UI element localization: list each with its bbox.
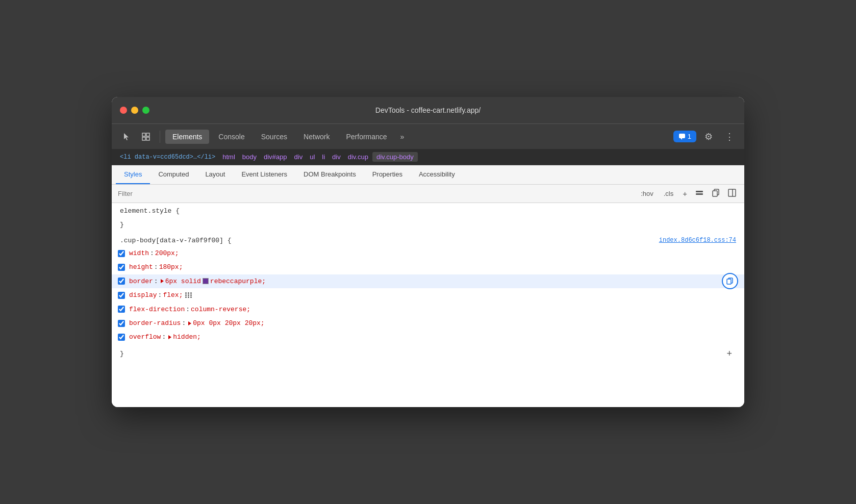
copy-property-btn[interactable] — [722, 273, 738, 289]
css-prop-name-display[interactable]: display — [129, 289, 157, 301]
css-prop-name-border-radius[interactable]: border-radius — [129, 317, 181, 329]
tab-sources[interactable]: Sources — [254, 130, 294, 144]
notification-badge-btn[interactable]: 1 — [673, 131, 696, 142]
css-prop-value-flex-direction[interactable]: column-reverse; — [191, 304, 250, 315]
css-prop-value-width[interactable]: 200px; — [155, 247, 179, 259]
css-prop-name-border[interactable]: border — [129, 275, 153, 287]
breadcrumb-div-cup-body[interactable]: div.cup-body — [372, 152, 418, 162]
inspect-icon — [141, 132, 150, 141]
toolbar-separator — [160, 131, 160, 143]
filter-input[interactable] — [118, 190, 634, 197]
breadcrumb-div-app[interactable]: div#app — [261, 152, 290, 162]
subtab-dom-breakpoints[interactable]: DOM Breakpoints — [295, 165, 364, 184]
css-prop-overflow: overflow : hidden; — [112, 330, 744, 344]
breadcrumb-html[interactable]: html — [219, 152, 238, 162]
css-prop-height: height : 180px; — [112, 260, 744, 274]
add-style-rule-btn[interactable]: + — [722, 346, 736, 361]
svg-rect-1 — [146, 133, 149, 136]
minimize-button[interactable] — [131, 107, 138, 114]
settings-btn[interactable]: ⚙ — [700, 129, 717, 144]
subtab-styles[interactable]: Styles — [116, 165, 150, 184]
breadcrumb-div2[interactable]: div — [329, 152, 344, 162]
layout-icon-btn[interactable] — [726, 188, 738, 199]
css-file-link[interactable]: index.8d6c6f18.css:74 — [659, 237, 736, 244]
css-checkbox-border[interactable] — [118, 278, 125, 285]
more-tabs-btn[interactable]: » — [396, 130, 409, 144]
css-checkbox-flex-direction[interactable] — [118, 306, 125, 313]
window-title: DevTools - coffee-cart.netlify.app/ — [375, 106, 481, 114]
css-prop-value-overflow[interactable]: hidden; — [173, 331, 201, 343]
breadcrumb-ul[interactable]: ul — [307, 152, 318, 162]
css-checkbox-overflow[interactable] — [118, 334, 125, 341]
cup-body-selector: .cup-body[data-v-7a0f9f00] { — [120, 237, 231, 244]
css-prop-flex-direction: flex-direction : column-reverse; — [112, 303, 744, 316]
copy-styles-icon-btn[interactable] — [710, 188, 722, 199]
border-radius-expand-arrow[interactable] — [188, 321, 191, 325]
svg-rect-13 — [727, 279, 731, 284]
flex-layout-icon[interactable] — [184, 292, 193, 298]
breadcrumb-bar: <li data-v=ccd65dcd>…</li> html body div… — [112, 149, 744, 165]
tab-elements[interactable]: Elements — [165, 130, 209, 144]
tab-performance[interactable]: Performance — [339, 130, 394, 144]
hov-btn[interactable]: :hov — [638, 189, 657, 198]
breadcrumb-div[interactable]: div — [291, 152, 306, 162]
subtab-layout[interactable]: Layout — [197, 165, 233, 184]
css-panel: element.style { } .cup-body[data-v-7a0f9… — [112, 203, 744, 407]
filter-actions: :hov .cls + — [638, 188, 738, 199]
chat-icon — [678, 133, 686, 140]
layout-icon — [728, 189, 736, 197]
css-checkbox-width[interactable] — [118, 250, 125, 257]
tab-console[interactable]: Console — [211, 130, 251, 144]
svg-rect-7 — [696, 193, 703, 195]
breadcrumb-body[interactable]: body — [239, 152, 260, 162]
devtools-window: DevTools - coffee-cart.netlify.app/ Elem… — [112, 97, 744, 407]
close-button[interactable] — [120, 107, 127, 114]
main-toolbar: Elements Console Sources Network Perform… — [112, 123, 744, 149]
css-checkbox-height[interactable] — [118, 264, 125, 271]
svg-rect-10 — [728, 189, 736, 196]
svg-rect-2 — [142, 137, 145, 140]
breadcrumb-li[interactable]: li — [319, 152, 328, 162]
cursor-icon-btn[interactable] — [118, 129, 135, 144]
cursor-icon — [122, 132, 131, 141]
subtab-event-listeners[interactable]: Event Listeners — [233, 165, 295, 184]
force-state-icon-btn[interactable] — [693, 188, 706, 199]
svg-rect-3 — [146, 137, 149, 140]
css-prop-name-flex-direction[interactable]: flex-direction — [129, 304, 185, 315]
force-state-icon — [695, 189, 703, 197]
css-prop-name-width[interactable]: width — [129, 247, 149, 259]
breadcrumb-div-cup[interactable]: div.cup — [345, 152, 371, 162]
css-checkbox-border-radius[interactable] — [118, 320, 125, 327]
subtab-computed[interactable]: Computed — [150, 165, 197, 184]
cls-btn[interactable]: .cls — [661, 189, 677, 198]
css-checkbox-display[interactable] — [118, 292, 125, 299]
overflow-menu-btn[interactable]: ⋮ — [721, 129, 738, 144]
element-style-selector: element.style { — [120, 207, 180, 215]
add-rule-icon-btn[interactable]: + — [681, 188, 689, 199]
badge-count: 1 — [688, 133, 691, 140]
css-prop-value-display[interactable]: flex; — [163, 289, 183, 301]
overflow-expand-arrow[interactable] — [168, 335, 171, 339]
subtab-accessibility[interactable]: Accessibility — [411, 165, 463, 184]
svg-rect-0 — [142, 133, 145, 136]
toolbar-right: 1 ⚙ ⋮ — [673, 129, 738, 144]
css-prop-value-border-px[interactable]: 6px solid — [165, 275, 201, 287]
svg-rect-9 — [713, 191, 717, 196]
border-expand-arrow[interactable] — [161, 279, 164, 283]
css-prop-width: width : 200px; — [112, 246, 744, 260]
subtabs-bar: Styles Computed Layout Event Listeners D… — [112, 165, 744, 185]
color-swatch-rebeccapurple[interactable] — [203, 278, 209, 284]
element-style-rule: element.style { — [112, 203, 744, 217]
css-prop-value-border-color[interactable]: rebeccapurple; — [210, 275, 266, 287]
filter-bar: :hov .cls + — [112, 185, 744, 203]
svg-rect-6 — [696, 191, 703, 192]
cup-body-rule-header: .cup-body[data-v-7a0f9f00] { index.8d6c6… — [112, 231, 744, 246]
css-prop-value-border-radius[interactable]: 0px 0px 20px 20px; — [193, 317, 264, 329]
css-prop-value-height[interactable]: 180px; — [159, 261, 183, 273]
css-prop-name-overflow[interactable]: overflow — [129, 331, 161, 343]
inspect-icon-btn[interactable] — [137, 129, 155, 144]
subtab-properties[interactable]: Properties — [364, 165, 411, 184]
maximize-button[interactable] — [142, 107, 149, 114]
css-prop-name-height[interactable]: height — [129, 261, 153, 273]
tab-network[interactable]: Network — [296, 130, 337, 144]
